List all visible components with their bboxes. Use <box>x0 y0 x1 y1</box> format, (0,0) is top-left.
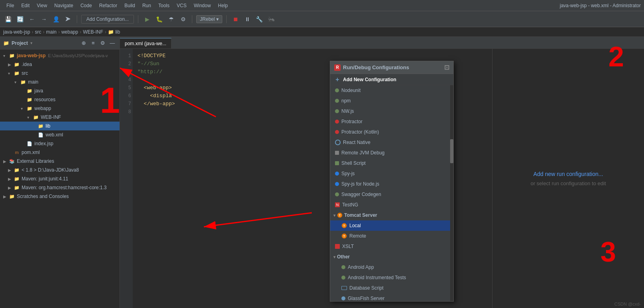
breadcrumb-webinf[interactable]: WEB-INF <box>83 29 103 35</box>
profile-button[interactable]: ⚙ <box>178 14 188 24</box>
menu-run[interactable]: Run <box>139 2 154 9</box>
breadcrumb-main[interactable]: main <box>46 29 56 35</box>
breadcrumb-lib[interactable]: 📁 lib <box>108 29 120 35</box>
config-popup-icon: R <box>334 64 341 71</box>
menu-view[interactable]: View <box>34 2 50 9</box>
add-run-config-link[interactable]: Add new run configuration... <box>533 171 603 177</box>
config-popup-resize-icon[interactable]: ⊡ <box>444 64 449 71</box>
ant-button[interactable]: 🐜 <box>267 14 276 24</box>
menu-help[interactable]: Help <box>215 2 231 9</box>
toolbar: 💾 🔄 ← → 👤 ⮞ Add Configuration... ▶ 🐛 ☂ ⚙… <box>0 11 644 27</box>
menu-file[interactable]: File <box>3 2 17 9</box>
config-item-tomcat-remote[interactable]: T Remote <box>330 231 453 241</box>
tree-item-webxml[interactable]: 📄 web.xml <box>0 130 120 139</box>
config-item-spyjs-nodejs[interactable]: Spy-js for Node.js <box>330 179 453 189</box>
config-item-android-tests[interactable]: Android Instrumented Tests <box>330 272 453 283</box>
breadcrumb-root[interactable]: java-web-jsp <box>3 29 30 35</box>
spyjs-icon <box>335 172 339 176</box>
tree-item-webinf[interactable]: ▾ 📁 WEB-INF <box>0 113 120 122</box>
add-new-config-label: Add New Configuration <box>343 77 396 82</box>
config-item-nwjs[interactable]: NW.js <box>330 106 453 116</box>
stop-button[interactable]: ⏹ <box>231 14 240 24</box>
menu-navigate[interactable]: Navigate <box>51 2 76 9</box>
testng-icon: N <box>335 202 340 207</box>
config-category-other[interactable]: ▾ Other <box>330 252 453 262</box>
separator-3 <box>192 15 192 23</box>
coverage-button[interactable]: ☂ <box>166 14 176 24</box>
save-button[interactable]: 💾 <box>3 14 13 24</box>
tree-item-jdk[interactable]: ▶ 📁 < 1.8 > D:\Java-JDK\Java8 <box>0 166 120 174</box>
sidebar-add-icon[interactable]: ⊕ <box>80 39 88 47</box>
sidebar-settings-icon[interactable]: ⚙ <box>99 39 107 47</box>
add-new-config-button[interactable]: + <box>333 76 341 84</box>
tomcat-remote-icon: T <box>341 233 347 239</box>
menu-code[interactable]: Code <box>77 2 95 9</box>
menu-refactor[interactable]: Refactor <box>96 2 120 9</box>
debug-button[interactable]: 🐛 <box>154 14 164 24</box>
config-section-header: + Add New Configuration <box>330 74 453 85</box>
forward-button[interactable]: → <box>39 14 49 24</box>
config-item-tomcat-local[interactable]: T Local <box>330 220 453 231</box>
add-configuration-button[interactable]: Add Configuration... <box>81 15 134 24</box>
config-item-glassfish[interactable]: GlassFish Server <box>330 293 453 301</box>
breadcrumb-webapp[interactable]: webapp <box>61 29 78 35</box>
tree-item-webapp[interactable]: ▾ 📁 webapp <box>0 104 120 113</box>
sidebar-collapse-icon[interactable]: ≡ <box>89 39 97 47</box>
sync-button[interactable]: 🔄 <box>15 14 25 24</box>
config-item-shell-script[interactable]: Shell Script <box>330 158 453 168</box>
back-button[interactable]: ← <box>27 14 37 24</box>
tree-item-hamcrest[interactable]: ▶ 📁 Maven: org.hamcrest:hamcrest-core:1.… <box>0 183 120 192</box>
config-item-remote-jvm[interactable]: Remote JVM Debug <box>330 148 453 158</box>
tree-item-external-libs[interactable]: ▶ 📚 External Libraries <box>0 157 120 166</box>
menu-build[interactable]: Build <box>121 2 138 9</box>
config-list-container: Nodeunit npm NW.js <box>330 85 453 301</box>
sidebar-hide-icon[interactable]: — <box>108 39 116 47</box>
tree-item-lib[interactable]: 📁 lib <box>0 122 120 130</box>
tree-item-root[interactable]: ▾ 📁 java-web-jsp E:\JavaStusty\JSP\code\… <box>0 51 120 60</box>
tree-item-src[interactable]: ▾ 📁 src <box>0 69 120 78</box>
tree-item-scratches[interactable]: ▶ 📁 Scratches and Consoles <box>0 192 120 201</box>
tree-item-java[interactable]: 📁 java <box>0 86 120 95</box>
jrebel-label[interactable]: JRebel ▾ <box>196 15 222 23</box>
config-item-protractor-kotlin[interactable]: Protractor (Kotlin) <box>330 127 453 137</box>
run-button[interactable]: ▶ <box>142 14 152 24</box>
project-tree: ▾ 📁 java-web-jsp E:\JavaStusty\JSP\code\… <box>0 50 120 308</box>
menu-window[interactable]: Window <box>191 2 214 9</box>
menu-bar[interactable]: File Edit View Navigate Code Refactor Bu… <box>3 2 231 9</box>
navigate-button[interactable]: ⮞ <box>63 14 73 24</box>
sidebar-title: Project <box>12 40 28 46</box>
npm-icon <box>335 99 339 103</box>
breadcrumb-src[interactable]: src <box>35 29 41 35</box>
tree-item-pomxml[interactable]: m pom.xml <box>0 148 120 157</box>
menu-edit[interactable]: Edit <box>18 2 33 9</box>
user-button[interactable]: 👤 <box>51 14 61 24</box>
config-item-react-native[interactable]: React Native <box>330 137 453 148</box>
menu-vcs[interactable]: VCS <box>173 2 190 9</box>
tree-item-main[interactable]: ▾ 📁 main <box>0 78 120 86</box>
config-item-spyjs[interactable]: Spy-js <box>330 168 453 179</box>
pause-button[interactable]: ⏸ <box>243 14 252 24</box>
config-item-swagger[interactable]: Swagger Codegen <box>330 189 453 200</box>
tree-item-resources[interactable]: 📁 resources <box>0 95 120 104</box>
config-item-protractor[interactable]: Protractor <box>330 116 453 127</box>
config-list-scrollbar[interactable] <box>450 85 453 301</box>
config-item-npm[interactable]: npm <box>330 96 453 106</box>
settings-button2[interactable]: 🔧 <box>255 14 264 24</box>
config-item-nodeunit[interactable]: Nodeunit <box>330 85 453 96</box>
config-item-database-script[interactable]: Database Script <box>330 283 453 293</box>
config-scrollbar-thumb[interactable] <box>450 139 453 163</box>
protractor-kotlin-icon <box>335 130 339 134</box>
menu-tools[interactable]: Tools <box>155 2 173 9</box>
config-category-tomcat[interactable]: ▾ T Tomcat Server <box>330 210 453 220</box>
tree-item-idea[interactable]: ▶ 📁 .idea <box>0 60 120 69</box>
tree-item-indexjsp[interactable]: 📄 index.jsp <box>0 139 120 148</box>
right-panel: Add new run configuration... or select r… <box>492 49 644 308</box>
config-item-android-app[interactable]: Android App <box>330 262 453 272</box>
config-item-testng[interactable]: N TestNG <box>330 200 453 210</box>
nwjs-icon <box>335 109 339 113</box>
tab-pomxml[interactable]: pom.xml (java-we... <box>120 38 171 48</box>
tree-item-junit[interactable]: ▶ 📁 Maven: junit:junit:4.11 <box>0 174 120 183</box>
config-item-xslt[interactable]: XSLT <box>330 241 453 252</box>
remote-jvm-icon <box>335 151 339 155</box>
sidebar: 📁 Project ▾ ⊕ ≡ ⚙ — ▾ 📁 java-web-jsp E:\… <box>0 37 120 308</box>
